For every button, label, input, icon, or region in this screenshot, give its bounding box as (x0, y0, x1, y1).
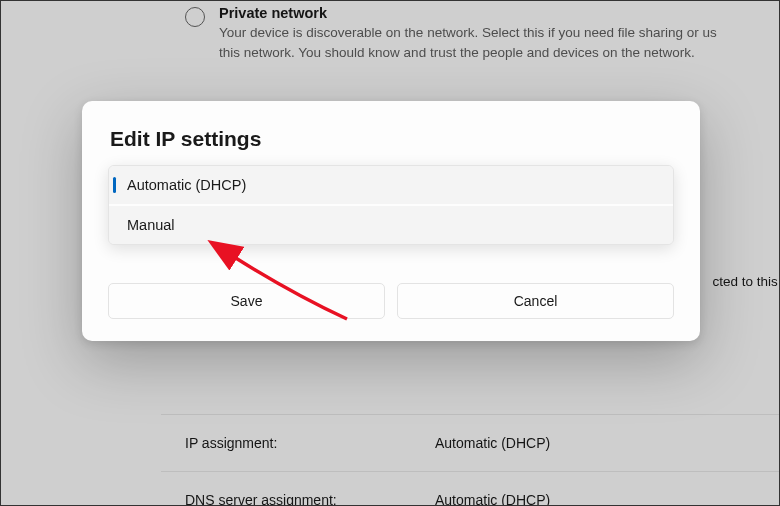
save-button[interactable]: Save (108, 283, 385, 319)
option-automatic-dhcp[interactable]: Automatic (DHCP) (109, 166, 673, 204)
edit-ip-settings-dialog: Edit IP settings Automatic (DHCP) Manual… (82, 101, 700, 341)
option-manual[interactable]: Manual (109, 206, 673, 244)
cancel-button[interactable]: Cancel (397, 283, 674, 319)
ip-settings-dropdown[interactable]: Automatic (DHCP) Manual (108, 165, 674, 245)
dialog-title: Edit IP settings (110, 127, 674, 151)
